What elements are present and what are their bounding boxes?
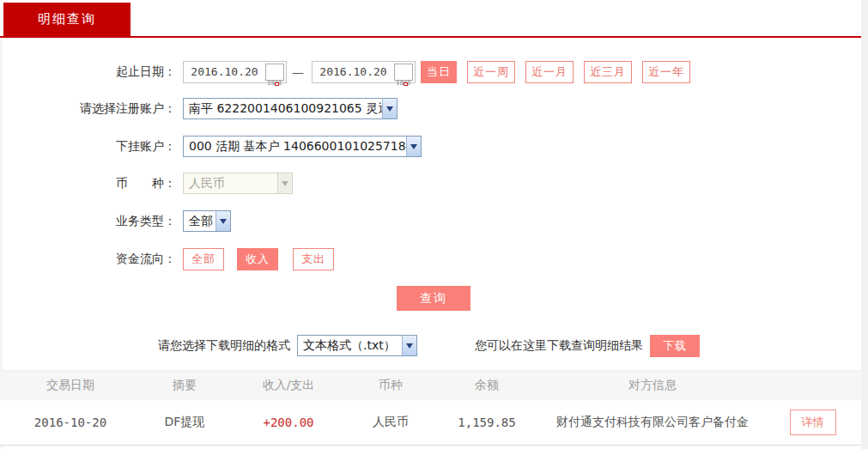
quick-range-quarter-button[interactable]: 近三月 <box>584 61 632 83</box>
download-button[interactable]: 下载 <box>650 335 700 357</box>
end-date-input[interactable]: 2016.10.20 <box>312 61 416 83</box>
currency-row: 币 种： 人民币 <box>0 173 293 194</box>
sub-account-row: 下挂账户： 000 活期 基本户 140660010102571848 <box>0 136 422 157</box>
currency-select: 人民币 <box>183 173 293 194</box>
download-hint: 您可以在这里下载查询明细结果 <box>475 338 643 354</box>
calendar-icon[interactable] <box>394 64 413 81</box>
query-button[interactable]: 查询 <box>397 286 470 311</box>
cell-counterparty: 财付通支付科技有限公司客户备付金 <box>541 415 764 430</box>
download-format-value: 文本格式（.txt） <box>298 338 402 354</box>
header-amount: 收入/支出 <box>228 378 349 393</box>
register-account-label: 请选择注册账户： <box>0 101 176 117</box>
table-header-row: 交易日期 摘要 收入/支出 币种 余额 对方信息 <box>0 370 861 400</box>
chevron-down-icon <box>402 336 416 355</box>
fund-flow-label: 资金流向： <box>0 252 176 267</box>
sub-account-value: 000 活期 基本户 140660010102571848 <box>184 139 406 155</box>
header-counterparty: 对方信息 <box>541 378 764 393</box>
business-type-label: 业务类型： <box>0 214 176 229</box>
flow-all-button[interactable]: 全部 <box>183 248 224 270</box>
start-date-value: 2016.10.20 <box>184 65 265 78</box>
tab-detail-query[interactable]: 明细查询 <box>3 3 131 36</box>
flow-income-button[interactable]: 收入 <box>237 248 278 270</box>
cell-date: 2016-10-20 <box>0 416 141 429</box>
currency-value: 人民币 <box>184 176 277 191</box>
end-date-value: 2016.10.20 <box>313 65 394 78</box>
sub-account-label: 下挂账户： <box>0 139 176 155</box>
fund-flow-row: 资金流向： 全部 收入 支出 <box>0 247 334 270</box>
cell-summary: DF提现 <box>141 415 228 430</box>
chevron-down-icon <box>277 173 292 193</box>
cell-currency: 人民币 <box>349 415 433 430</box>
chevron-down-icon <box>382 99 397 118</box>
download-format-label: 请您选择下载明细的格式 <box>158 338 290 354</box>
header-balance: 余额 <box>433 378 541 393</box>
business-type-row: 业务类型： 全部 <box>0 210 231 232</box>
register-account-row: 请选择注册账户： 南平 6222001406100921065 灵通卡 <box>0 98 398 119</box>
calendar-icon[interactable] <box>265 64 284 81</box>
quick-range-year-button[interactable]: 近一年 <box>642 61 690 83</box>
header-currency: 币种 <box>349 378 433 393</box>
register-account-select[interactable]: 南平 6222001406100921065 灵通卡 <box>183 98 398 119</box>
results-table: 交易日期 摘要 收入/支出 币种 余额 对方信息 2016-10-20 DF提现… <box>0 370 861 446</box>
flow-expense-button[interactable]: 支出 <box>293 248 334 270</box>
download-row: 请您选择下载明细的格式 文本格式（.txt） 您可以在这里下载查询明细结果 下载 <box>0 334 700 357</box>
detail-button[interactable]: 详情 <box>790 410 836 435</box>
chevron-down-icon <box>215 211 230 231</box>
date-range-label: 起止日期： <box>0 64 176 80</box>
header-date: 交易日期 <box>0 378 141 393</box>
chevron-down-icon <box>406 137 421 156</box>
table-row: 2016-10-20 DF提现 +200.00 人民币 1,159.85 财付通… <box>0 400 861 446</box>
business-type-value: 全部 <box>184 214 215 229</box>
sub-account-select[interactable]: 000 活期 基本户 140660010102571848 <box>183 136 422 157</box>
date-range-row: 起止日期： 2016.10.20 — 2016.10.20 当日 近一周 近一月… <box>0 60 690 83</box>
start-date-input[interactable]: 2016.10.20 <box>183 61 287 83</box>
currency-label: 币 种： <box>0 176 176 191</box>
date-separator: — <box>292 65 304 79</box>
cell-amount: +200.00 <box>228 416 349 429</box>
business-type-select[interactable]: 全部 <box>183 210 231 232</box>
header-summary: 摘要 <box>141 378 228 393</box>
scrollbar-track[interactable] <box>861 0 868 449</box>
download-format-select[interactable]: 文本格式（.txt） <box>297 335 417 356</box>
tab-underline <box>0 36 861 38</box>
quick-range-month-button[interactable]: 近一月 <box>525 61 574 83</box>
quick-range-today-button[interactable]: 当日 <box>421 61 457 83</box>
quick-range-week-button[interactable]: 近一周 <box>467 61 515 83</box>
cell-balance: 1,159.85 <box>433 416 541 429</box>
register-account-value: 南平 6222001406100921065 灵通卡 <box>184 101 382 117</box>
